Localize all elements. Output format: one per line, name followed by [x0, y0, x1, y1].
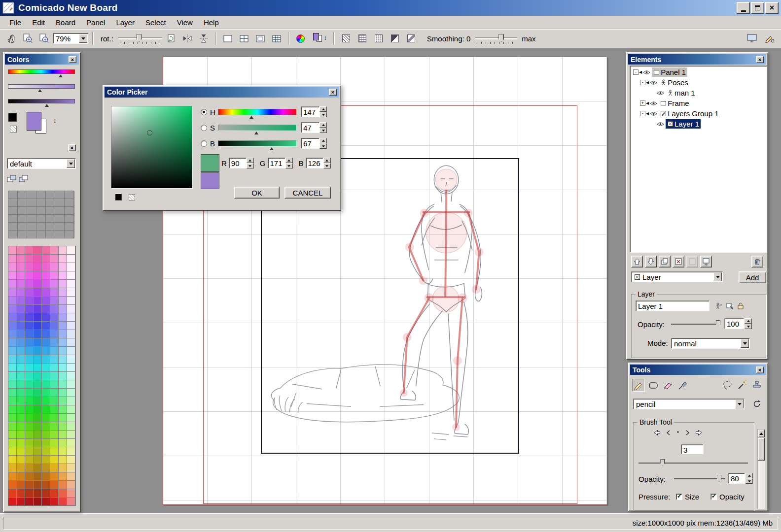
close-icon[interactable]: ×	[69, 56, 76, 63]
tree-item-label-area[interactable]: Layer 1	[666, 119, 701, 129]
gray-swatch[interactable]	[55, 223, 64, 230]
close-icon[interactable]: ×	[329, 89, 337, 96]
gray-swatch[interactable]	[27, 191, 36, 199]
zoom-in-button[interactable]	[20, 31, 35, 46]
brush-opacity-slider[interactable]	[674, 475, 725, 483]
rotation-slider[interactable]	[118, 32, 162, 45]
layer-mode-combo[interactable]: normal	[671, 338, 750, 349]
palette-swatch[interactable]	[17, 389, 25, 397]
palette-swatch[interactable]	[25, 489, 33, 497]
palette-swatch[interactable]	[67, 255, 75, 263]
palette-swatch[interactable]	[34, 481, 41, 489]
palette-swatch[interactable]	[42, 322, 50, 330]
palette-swatch[interactable]	[59, 439, 67, 447]
close-button[interactable]: ×	[765, 2, 779, 14]
palette-swatch[interactable]	[25, 288, 33, 296]
palette-swatch[interactable]	[8, 288, 16, 296]
palette-swatch[interactable]	[59, 313, 67, 321]
first-brush-button[interactable]	[653, 430, 661, 436]
gray-swatch[interactable]	[36, 223, 45, 230]
saturation-brightness-box[interactable]	[111, 106, 193, 189]
palette-swatch[interactable]	[42, 405, 50, 413]
palette-swatch[interactable]	[50, 364, 58, 371]
palette-swatch[interactable]	[42, 372, 50, 380]
palette-swatch[interactable]	[42, 439, 50, 447]
palette-swatch[interactable]	[25, 372, 33, 380]
palette-swatch[interactable]	[67, 456, 75, 464]
gray-swatch[interactable]	[65, 191, 73, 199]
palette-swatch[interactable]	[17, 364, 25, 371]
gray-swatch[interactable]	[65, 207, 73, 214]
palette-swatch[interactable]	[25, 431, 33, 438]
gray-swatch[interactable]	[18, 223, 27, 230]
visibility-eye-icon[interactable]	[650, 101, 657, 106]
palette-swatch[interactable]	[67, 246, 75, 254]
palette-swatch[interactable]	[17, 288, 25, 296]
foreground-color-swatch[interactable]	[27, 112, 41, 131]
move-up-button[interactable]	[631, 256, 643, 267]
brush-size-slider[interactable]	[639, 459, 748, 467]
view-single-page-button[interactable]	[220, 31, 235, 46]
palette-swatch[interactable]	[8, 372, 16, 380]
layer-pose-button[interactable]	[714, 301, 723, 310]
gray-swatch[interactable]	[27, 231, 36, 238]
palette-swatch[interactable]	[34, 447, 41, 455]
palette-swatch[interactable]	[50, 439, 58, 447]
gray-swatch[interactable]	[65, 215, 73, 222]
palette-swatch[interactable]	[17, 447, 25, 455]
palette-swatch[interactable]	[50, 297, 58, 304]
palette-swatch[interactable]	[25, 447, 33, 455]
palette-swatch[interactable]	[50, 472, 58, 480]
palette-swatch[interactable]	[34, 464, 41, 472]
gray-swatch[interactable]	[36, 215, 45, 222]
palette-swatch[interactable]	[17, 405, 25, 413]
palette-swatch[interactable]	[50, 447, 58, 455]
palette-swatch[interactable]	[34, 439, 41, 447]
palette-swatch[interactable]	[17, 322, 25, 330]
palette-swatch[interactable]	[25, 472, 33, 480]
palette-swatch[interactable]	[34, 364, 41, 371]
tools-panel-header[interactable]: Tools ×	[630, 365, 766, 375]
red-value-field[interactable]: 90	[229, 158, 247, 168]
brush-opacity-spinner[interactable]	[746, 473, 753, 484]
palette-swatch[interactable]	[8, 431, 16, 438]
color-picker-titlebar[interactable]: Color Picker ×	[105, 87, 339, 98]
palette-swatch[interactable]	[25, 397, 33, 405]
zoom-out-button[interactable]	[36, 31, 51, 46]
palette-swatch[interactable]	[17, 431, 25, 438]
palette-swatch[interactable]	[50, 498, 58, 505]
palette-swatch[interactable]	[17, 255, 25, 263]
gray-swatch[interactable]	[46, 215, 55, 222]
palette-swatch[interactable]	[42, 347, 50, 355]
smoothing-slider[interactable]	[475, 32, 517, 45]
eraser-tool-button[interactable]	[662, 379, 674, 392]
hand-tool-button[interactable]	[4, 31, 19, 46]
palette-swatch[interactable]	[50, 456, 58, 464]
gray-swatch[interactable]	[46, 199, 55, 206]
palette-swatch[interactable]	[59, 305, 67, 313]
visibility-eye-icon[interactable]	[650, 80, 657, 85]
green-value-field[interactable]: 171	[268, 158, 285, 168]
gray-swatch[interactable]	[27, 223, 36, 230]
palette-swatch[interactable]	[59, 297, 67, 304]
pattern-hatch-button[interactable]	[339, 31, 354, 46]
palette-swatch[interactable]	[67, 431, 75, 438]
palette-swatch[interactable]	[17, 347, 25, 355]
gray-swatch[interactable]	[55, 199, 64, 206]
palette-swatch[interactable]	[42, 255, 50, 263]
hue-bar-marker[interactable]	[59, 74, 63, 77]
palette-swatch[interactable]	[59, 364, 67, 371]
palette-swatch[interactable]	[59, 498, 67, 505]
palette-swatch[interactable]	[25, 246, 33, 254]
palette-swatch[interactable]	[59, 271, 67, 279]
palette-swatch[interactable]	[42, 246, 50, 254]
view-margins-button[interactable]	[253, 31, 268, 46]
palette-swatch[interactable]	[25, 439, 33, 447]
foreground-color-button[interactable]: ↕	[310, 31, 329, 46]
palette-swatch[interactable]	[25, 498, 33, 505]
transparent-swatch[interactable]	[129, 194, 135, 200]
menu-item-file[interactable]: File	[4, 16, 27, 29]
collapse-toggle[interactable]: -	[633, 69, 639, 75]
palette-swatch[interactable]	[59, 405, 67, 413]
palette-swatch[interactable]	[34, 288, 41, 296]
